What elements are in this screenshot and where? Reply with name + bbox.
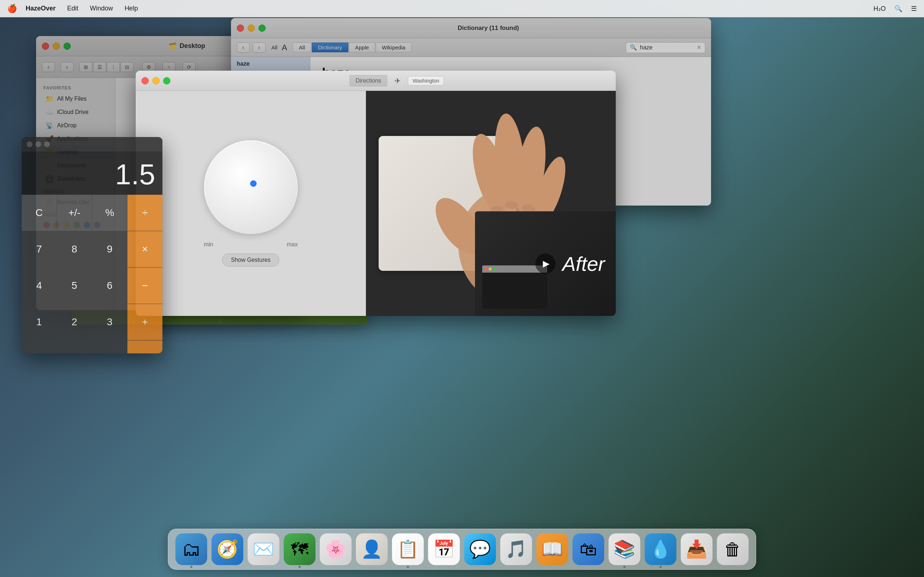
dock-item-maps[interactable]: 🗺 (284, 533, 315, 565)
calc-btn-percent[interactable]: % (92, 195, 128, 231)
calc-btn-9[interactable]: 9 (92, 231, 128, 267)
calc-btn-posneg[interactable]: +/- (57, 195, 92, 231)
finder-column-view-btn[interactable]: ⋮ (107, 62, 120, 72)
calc-btn-3[interactable]: 3 (92, 304, 128, 340)
dock-item-finder[interactable]: 🗂 (175, 533, 207, 565)
calc-btn-decimal[interactable]: . (92, 340, 128, 353)
finder-maximize-btn[interactable] (63, 43, 71, 50)
calc-btn-minus[interactable]: − (128, 268, 162, 304)
calc-display-value: 1.5 (115, 158, 155, 191)
finder-back-btn[interactable]: ‹ (42, 62, 55, 72)
maps-dock-icon: 🗺 (291, 540, 308, 559)
menubar-app-name[interactable]: HazeOver (26, 5, 56, 12)
dict-close-btn[interactable] (237, 24, 244, 32)
dict-traffic-lights (237, 24, 266, 32)
dock-item-itunes[interactable]: 🎵 (500, 533, 532, 565)
dict-font-large[interactable]: A (282, 43, 287, 52)
pointum-gesture-panel: After ▶ (366, 91, 616, 316)
dock-item-trash[interactable]: 🗑 (717, 533, 749, 565)
pointum-minimize-btn[interactable] (152, 77, 160, 84)
calc-btn-8[interactable]: 8 (57, 231, 92, 267)
video-play-button[interactable]: ▶ (535, 253, 556, 274)
calc-btn-clear[interactable]: C (22, 195, 57, 231)
dock-item-reminders[interactable]: 📋 (392, 533, 424, 565)
menubar-window[interactable]: Window (90, 5, 113, 12)
dict-search-value: haze (640, 44, 653, 51)
menubar-help[interactable]: Help (124, 5, 138, 12)
dock-item-appstore[interactable]: 🛍 (572, 533, 604, 565)
dock-item-safari[interactable]: 🧭 (212, 533, 243, 565)
finder-forward-btn[interactable]: › (61, 62, 74, 72)
pointum-search-field[interactable]: Washington (408, 76, 444, 85)
pointum-directions-btn[interactable]: Directions (349, 75, 387, 87)
dock-item-dictionary[interactable]: 📚 (609, 533, 640, 565)
calc-btn-0[interactable]: 0 (22, 340, 92, 353)
menubar-edit[interactable]: Edit (67, 5, 78, 12)
dict-source-buttons: All Dictionary Apple Wikipedia (293, 43, 412, 52)
dict-source-wikipedia[interactable]: Wikipedia (376, 43, 412, 52)
calc-btn-plus[interactable]: + (128, 304, 162, 340)
dock-item-photos[interactable]: 🌸 (320, 533, 352, 565)
video-mockup-content (482, 272, 547, 309)
calc-btn-2[interactable]: 2 (57, 304, 92, 340)
pointum-knob-labels: min max (204, 241, 298, 248)
sidebar-item-icloud[interactable]: ☁️ iCloud Drive (38, 106, 113, 119)
dock-item-messages[interactable]: 💬 (464, 533, 496, 565)
calendar-dock-icon: 📅 (433, 539, 455, 559)
dock-item-postcard[interactable]: ✉️ (247, 533, 279, 565)
pointum-min-label: min (204, 241, 213, 248)
apple-menu[interactable]: 🍎 (7, 4, 17, 13)
svg-point-10 (505, 201, 518, 209)
calc-btn-4[interactable]: 4 (22, 268, 57, 304)
dict-minimize-btn[interactable] (247, 24, 255, 32)
dock-item-hazeover[interactable]: 💧 (645, 533, 677, 565)
sidebar-item-allfiles[interactable]: 📁 All My Files (38, 92, 113, 105)
vm-max (493, 268, 496, 271)
calc-tl2 (36, 141, 41, 147)
dock-item-contacts[interactable]: 👤 (356, 533, 388, 565)
dict-search-bar[interactable]: 🔍 haze ✕ (626, 42, 705, 53)
dict-font-small[interactable]: All (271, 44, 278, 50)
dict-list-item-haze[interactable]: haze (231, 57, 310, 71)
calc-btn-multiply[interactable]: × (128, 231, 162, 267)
calc-tl1 (27, 141, 32, 147)
finder-cover-view-btn[interactable]: ⊟ (121, 62, 134, 72)
finder-minimize-btn[interactable] (53, 43, 60, 50)
calc-btn-1[interactable]: 1 (22, 304, 57, 340)
menubar-search-icon[interactable]: 🔍 (894, 5, 902, 13)
calc-btn-equals[interactable]: = (128, 340, 162, 353)
calc-btn-6[interactable]: 6 (92, 268, 128, 304)
show-gestures-button[interactable]: Show Gestures (222, 253, 279, 266)
menubar-menu-icon[interactable]: ☰ (911, 5, 917, 13)
finder-icon-view-btn[interactable]: ⊞ (79, 62, 92, 72)
sidebar-item-icloud-label: iCloud Drive (57, 109, 89, 115)
calc-btn-5[interactable]: 5 (57, 268, 92, 304)
pointum-maximize-btn[interactable] (163, 77, 170, 84)
pointum-close-btn[interactable] (142, 77, 149, 84)
photos-dock-icon: 🌸 (325, 539, 347, 559)
dict-maximize-btn[interactable] (258, 24, 266, 32)
dock-item-calendar[interactable]: 📅 (428, 533, 460, 565)
dock-item-books[interactable]: 📖 (536, 533, 568, 565)
dock-item-dropzone[interactable]: 📥 (681, 533, 712, 565)
finder-close-btn[interactable] (42, 43, 49, 50)
appstore-dock-icon: 🛍 (580, 540, 597, 559)
dict-forward-btn[interactable]: › (253, 43, 266, 53)
trash-dock-icon: 🗑 (724, 540, 741, 559)
dict-search-clear-btn[interactable]: ✕ (696, 44, 701, 51)
svg-point-11 (522, 205, 533, 212)
menubar: 🍎 HazeOver Edit Window Help H₂O 🔍 ☰ (0, 0, 924, 17)
pointum-knob[interactable] (204, 140, 298, 234)
itunes-dock-icon: 🎵 (505, 539, 527, 559)
calc-btn-divide[interactable]: ÷ (128, 195, 162, 231)
pointum-location-icon[interactable]: ✈ (394, 76, 401, 85)
dict-back-btn[interactable]: ‹ (237, 43, 250, 53)
messages-dock-icon: 💬 (469, 539, 491, 559)
sidebar-item-airdrop[interactable]: 📡 AirDrop (38, 119, 113, 132)
finder-list-view-btn[interactable]: ☰ (93, 62, 106, 72)
dict-source-all[interactable]: All (293, 43, 311, 52)
dict-search-icon: 🔍 (630, 44, 637, 51)
dict-source-dictionary[interactable]: Dictionary (312, 43, 348, 52)
calc-btn-7[interactable]: 7 (22, 231, 57, 267)
dict-source-apple[interactable]: Apple (349, 43, 375, 52)
